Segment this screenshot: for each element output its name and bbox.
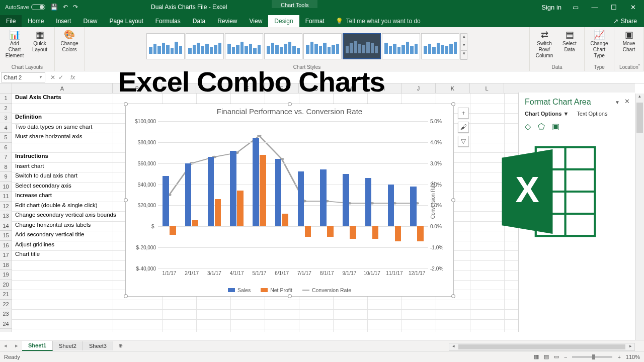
tell-me[interactable]: 💡Tell me what you want to do [331, 15, 426, 27]
row-header[interactable]: 8 [0, 162, 12, 172]
chart-options-tab[interactable]: Chart Options ▼ [525, 111, 569, 117]
chart-brush-icon[interactable]: 🖌 [458, 122, 469, 133]
sheet-tab[interactable]: Sheet3 [83, 341, 113, 350]
chart-plus-icon[interactable]: + [458, 108, 469, 119]
col-header[interactable]: J [401, 83, 436, 93]
plot-area[interactable]: $100,0005.0%$80,0004.0%$60,0003.0%$40,00… [158, 121, 428, 268]
row-header[interactable]: 9 [0, 172, 12, 182]
chart-filter-icon[interactable]: ▽ [458, 136, 469, 147]
tab-view[interactable]: View [244, 15, 269, 27]
cell[interactable]: Two data types on same chart [14, 123, 94, 130]
chart-style-thumb[interactable] [186, 33, 224, 59]
autosave-toggle[interactable]: AutoSave [5, 4, 45, 10]
zoom-level[interactable]: 110% [626, 354, 640, 360]
cell[interactable]: Edit chart (double & single click) [14, 202, 99, 209]
cell[interactable]: Must share horizontal axis [14, 133, 84, 140]
row-header[interactable]: 22 [0, 300, 12, 310]
enter-fx-icon[interactable]: ✓ [58, 74, 63, 81]
cell[interactable]: Select secondary axis [14, 182, 73, 189]
maximize-icon[interactable]: ☐ [609, 4, 619, 11]
tab-data[interactable]: Data [187, 15, 211, 27]
fill-outline-icon[interactable]: ◇ [525, 122, 531, 131]
col-header[interactable]: A [12, 83, 113, 93]
chart-style-thumb[interactable] [421, 33, 459, 59]
fx-icon[interactable]: fx [67, 74, 78, 81]
tab-formulas[interactable]: Formulas [149, 15, 187, 27]
pagebreak-view-icon[interactable]: ▭ [554, 353, 559, 360]
cell[interactable]: Insert chart [14, 162, 46, 169]
cell[interactable]: Instructions [14, 152, 50, 159]
row-header[interactable]: 21 [0, 290, 12, 300]
row-header[interactable]: 5 [0, 133, 12, 143]
close-pane-icon[interactable]: ✕ [624, 98, 630, 105]
tab-design[interactable]: Design [268, 15, 299, 27]
move-chart-button[interactable]: ▣Move Chart [617, 29, 641, 64]
tab-draw[interactable]: Draw [77, 15, 103, 27]
text-options-tab[interactable]: Text Options [577, 111, 607, 117]
sheet-nav-next-icon[interactable]: ▸ [11, 342, 22, 349]
chart-style-thumb[interactable] [146, 33, 185, 59]
change-colors-button[interactable]: 🎨Change Colors [57, 29, 82, 69]
cell[interactable]: Adjust gridlines [14, 241, 56, 248]
tab-insert[interactable]: Insert [50, 15, 77, 27]
undo-icon[interactable]: ↶ [63, 4, 68, 11]
select-all-corner[interactable] [0, 83, 12, 93]
horizontal-scrollbar[interactable]: ◂▸ [449, 343, 635, 351]
row-header[interactable]: 23 [0, 309, 12, 319]
pane-options-icon[interactable]: ▼ [615, 100, 620, 105]
row-header[interactable]: 6 [0, 143, 12, 153]
cell[interactable]: Increase chart [14, 192, 53, 199]
quick-layout-button[interactable]: ▦Quick Layout [28, 29, 52, 64]
effects-icon[interactable]: ⬠ [538, 122, 545, 131]
row-header[interactable]: 12 [0, 202, 12, 212]
collapse-ribbon-icon[interactable]: ⌃ [637, 63, 641, 69]
normal-view-icon[interactable]: ▦ [534, 353, 539, 360]
row-header[interactable]: 7 [0, 152, 12, 162]
row-header[interactable]: 14 [0, 221, 12, 231]
vertical-scrollbar[interactable]: ▴ [635, 94, 644, 340]
row-header[interactable]: 17 [0, 250, 12, 260]
row-header[interactable]: 16 [0, 241, 12, 251]
chart-styles-gallery[interactable]: ▴▾▾ [145, 29, 468, 64]
chart-object[interactable]: Financial Performance vs. Conversion Rat… [125, 104, 454, 297]
cell[interactable]: Change secondary vertical axis bounds [14, 211, 118, 218]
chart-legend[interactable]: Sales Net Profit Conversion Rate [126, 287, 453, 293]
cell[interactable]: Switch to dual axis chart [14, 172, 79, 179]
select-data-button[interactable]: ▤Select Data [557, 29, 582, 64]
size-props-icon[interactable]: ▣ [552, 122, 559, 131]
sheet-tab[interactable]: Sheet1 [22, 341, 53, 351]
add-chart-element-button[interactable]: 📊Add Chart Element [3, 29, 27, 64]
signin-link[interactable]: Sign in [541, 4, 561, 11]
add-sheet-icon[interactable]: ⊕ [113, 342, 128, 349]
close-icon[interactable]: ✕ [628, 4, 638, 11]
zoom-slider[interactable] [572, 356, 612, 358]
row-header[interactable]: 19 [0, 270, 12, 280]
row-header[interactable]: 2 [0, 104, 12, 114]
row-header[interactable]: 3 [0, 113, 12, 123]
minimize-icon[interactable]: — [590, 4, 600, 11]
row-header[interactable]: 13 [0, 211, 12, 221]
cell[interactable]: Change horizontal axis labels [14, 221, 92, 228]
chart-title[interactable]: Financial Performance vs. Conversion Rat… [126, 104, 453, 119]
row-header[interactable]: 10 [0, 182, 12, 192]
chart-style-thumb[interactable] [225, 33, 263, 59]
redo-icon[interactable]: ↷ [73, 4, 78, 11]
pagelayout-view-icon[interactable]: ▤ [544, 353, 549, 360]
zoom-out-icon[interactable]: − [564, 354, 567, 360]
tab-home[interactable]: Home [22, 15, 50, 27]
chart-style-thumb[interactable] [382, 33, 420, 59]
chart-style-thumb[interactable] [264, 33, 302, 59]
save-icon[interactable]: 💾 [50, 4, 58, 11]
name-box[interactable]: Chart 2▼ [1, 72, 45, 82]
share-button[interactable]: ↗Share [606, 15, 644, 27]
tab-review[interactable]: Review [211, 15, 243, 27]
row-header[interactable]: 1 [0, 94, 12, 104]
change-chart-type-button[interactable]: 📈Change Chart Type [587, 29, 611, 64]
row-header[interactable]: 15 [0, 231, 12, 241]
cell[interactable]: Add secondary vertical title [14, 231, 86, 238]
col-header[interactable]: L [470, 83, 504, 93]
row-header[interactable]: 11 [0, 192, 12, 202]
col-header[interactable]: K [436, 83, 470, 93]
switch-row-col-button[interactable]: ⇄Switch Row/ Column [532, 29, 556, 64]
cancel-fx-icon[interactable]: ✕ [50, 74, 55, 81]
